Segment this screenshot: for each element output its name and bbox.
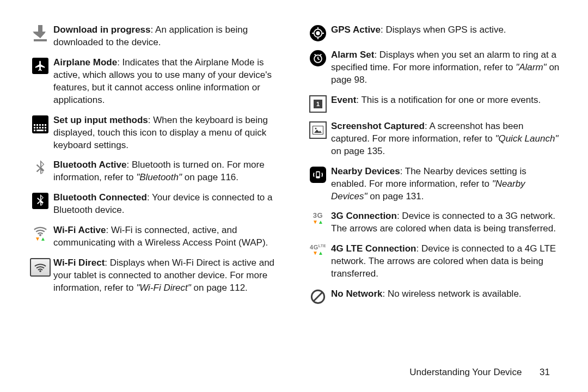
wifi-active-icon: ▼▲: [27, 224, 53, 249]
no-network-icon: [305, 288, 331, 304]
svg-rect-6: [34, 127, 35, 128]
entry: Airplane Mode: Indicates that the Airpla…: [27, 57, 283, 107]
entry-title: Screenshot Captured: [331, 121, 425, 131]
entry-title: Event: [331, 95, 356, 105]
entry-title: No Network: [331, 289, 382, 299]
entry-text: Set up input methods: When the keyboard …: [53, 114, 283, 152]
entry: 1 Event: This is a notification for one …: [305, 94, 561, 113]
svg-point-15: [39, 270, 41, 272]
left-column: Download in progress: An application is …: [27, 24, 283, 392]
entry-title: Download in progress: [53, 24, 151, 35]
event-icon: 1: [305, 94, 331, 113]
entry-text: Bluetooth Active: Bluetooth is turned on…: [53, 159, 283, 184]
entry: Wi-Fi Direct: Displays when Wi-Fi Direct…: [27, 257, 283, 295]
entry-page-ref: on page 112.: [194, 283, 248, 293]
entry-title: Bluetooth Connected: [53, 192, 147, 203]
entry-text: Airplane Mode: Indicates that the Airpla…: [53, 57, 283, 107]
entry-text: Download in progress: An application is …: [53, 24, 283, 49]
screenshot-captured-icon: [305, 120, 331, 158]
entry-title: 4G LTE Connection: [331, 243, 416, 254]
svg-rect-23: [317, 172, 320, 176]
keyboard-icon: [27, 114, 53, 152]
entry-description: : Displays when GPS is active.: [381, 24, 506, 35]
entry: Screenshot Captured: A screenshot has be…: [305, 120, 561, 158]
svg-rect-8: [39, 127, 41, 128]
download-progress-icon: [27, 24, 53, 49]
nearby-devices-icon: [305, 166, 331, 203]
entry: Alarm Set: Displays when you set an alar…: [305, 49, 561, 87]
svg-rect-13: [45, 130, 46, 131]
entry-description: : No wireless network is available.: [382, 289, 521, 299]
entry-title: Set up input methods: [53, 115, 148, 125]
svg-rect-10: [45, 127, 46, 128]
svg-rect-12: [36, 130, 44, 131]
svg-rect-11: [34, 130, 35, 131]
entry-text: Nearby Devices: The Nearby devices setti…: [331, 166, 561, 203]
entry-text: GPS Active: Displays when GPS is active.: [331, 24, 561, 41]
svg-rect-3: [39, 124, 41, 126]
svg-point-21: [315, 127, 317, 129]
entry-text: Screenshot Captured: A screenshot has be…: [331, 120, 561, 158]
svg-rect-19: [313, 126, 323, 134]
page-number: 31: [540, 367, 550, 377]
entry-page-ref: on page 116.: [185, 172, 238, 182]
entry-reference: "Bluetooth": [136, 172, 182, 182]
right-column: GPS Active: Displays when GPS is active.…: [305, 24, 561, 392]
svg-rect-0: [34, 39, 47, 41]
entry: Bluetooth Connected: Your device is conn…: [27, 192, 283, 217]
svg-rect-5: [45, 124, 46, 126]
4g-lte-connection-icon: 4GLTE▼▲: [305, 243, 331, 280]
gps-active-icon: [305, 24, 331, 41]
entry-title: Airplane Mode: [53, 57, 117, 68]
bluetooth-connected-icon: [27, 192, 53, 217]
entry-title: Wi-Fi Active: [53, 225, 106, 235]
3g-connection-icon: 3G▼▲: [305, 210, 331, 235]
entry: 4GLTE▼▲ 4G LTE Connection: Device is con…: [305, 243, 561, 280]
entry-text: Event: This is a notification for one or…: [331, 94, 561, 113]
alarm-set-icon: [305, 49, 331, 87]
entry: Nearby Devices: The Nearby devices setti…: [305, 166, 561, 203]
entry: Bluetooth Active: Bluetooth is turned on…: [27, 159, 283, 184]
entry-reference: "Wi-Fi Direct": [136, 283, 191, 293]
entry-text: Alarm Set: Displays when you set an alar…: [331, 49, 561, 87]
entry-description: : This is a notification for one or more…: [356, 95, 541, 105]
entry-text: Wi-Fi Direct: Displays when Wi-Fi Direct…: [53, 257, 283, 295]
page: Download in progress: An application is …: [0, 0, 588, 392]
svg-rect-4: [42, 124, 44, 126]
entry-text: 3G Connection: Device is connected to a …: [331, 210, 561, 235]
svg-line-25: [314, 292, 322, 301]
entry-text: No Network: No wireless network is avail…: [331, 288, 561, 304]
wifi-direct-icon: [27, 257, 53, 295]
entry-page-ref: on page 131.: [370, 191, 424, 201]
entry-reference: "Quick Launch": [495, 133, 558, 144]
entry: 3G▼▲ 3G Connection: Device is connected …: [305, 210, 561, 235]
entry-title: 3G Connection: [331, 211, 397, 221]
bluetooth-active-icon: [27, 159, 53, 184]
entry-title: Wi-Fi Direct: [53, 258, 105, 268]
entry-title: GPS Active: [331, 24, 381, 35]
entry: ▼▲ Wi-Fi Active: Wi-Fi is connected, act…: [27, 224, 283, 249]
entry-text: Wi-Fi Active: Wi-Fi is connected, active…: [53, 224, 283, 249]
entry-text: 4G LTE Connection: Device is connected t…: [331, 243, 561, 280]
svg-rect-7: [36, 127, 38, 128]
entry-title: Nearby Devices: [331, 166, 400, 176]
entry: No Network: No wireless network is avail…: [305, 288, 561, 304]
entry-title: Bluetooth Active: [53, 160, 126, 170]
page-footer: Understanding Your Device 31: [409, 367, 550, 378]
entry-reference: "Alarm": [516, 62, 546, 72]
svg-rect-9: [42, 127, 44, 128]
entry-page-ref: on page 135.: [331, 146, 385, 156]
svg-point-16: [316, 31, 320, 35]
svg-rect-1: [34, 124, 35, 126]
entry: Set up input methods: When the keyboard …: [27, 114, 283, 152]
svg-rect-2: [36, 124, 38, 126]
airplane-mode-icon: [27, 57, 53, 107]
entry: GPS Active: Displays when GPS is active.: [305, 24, 561, 41]
entry: Download in progress: An application is …: [27, 24, 283, 49]
entry-title: Alarm Set: [331, 50, 374, 60]
entry-text: Bluetooth Connected: Your device is conn…: [53, 192, 283, 217]
section-title: Understanding Your Device: [409, 367, 522, 377]
